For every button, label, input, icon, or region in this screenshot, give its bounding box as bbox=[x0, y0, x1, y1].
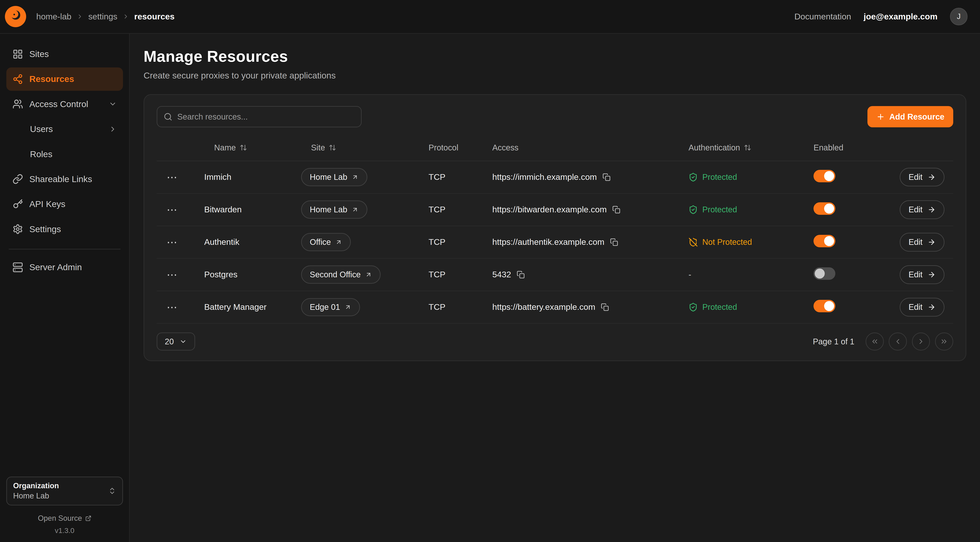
page-size-select[interactable]: 20 bbox=[157, 333, 195, 351]
sidebar-item-sites[interactable]: Sites bbox=[6, 43, 123, 65]
sidebar-item-label: Server Admin bbox=[29, 262, 82, 272]
first-page-button[interactable] bbox=[865, 333, 884, 351]
shield-check-icon bbox=[689, 172, 698, 182]
user-avatar[interactable]: J bbox=[950, 8, 967, 26]
main-content: Manage Resources Create secure proxies t… bbox=[130, 34, 980, 542]
edit-button[interactable]: Edit bbox=[900, 298, 944, 317]
site-link-button[interactable]: Edge 01 bbox=[301, 298, 360, 316]
copy-icon[interactable] bbox=[601, 303, 609, 311]
copy-icon[interactable] bbox=[612, 206, 620, 214]
chevrons-right-icon bbox=[940, 338, 948, 346]
sidebar-item-server-admin[interactable]: Server Admin bbox=[6, 256, 123, 279]
breadcrumb-home-lab[interactable]: home-lab bbox=[36, 12, 71, 21]
site-link-button[interactable]: Home Lab bbox=[301, 201, 368, 219]
arrow-right-icon bbox=[928, 238, 935, 246]
edit-button[interactable]: Edit bbox=[900, 233, 944, 252]
enabled-toggle[interactable] bbox=[813, 170, 835, 182]
enabled-toggle[interactable] bbox=[813, 202, 835, 215]
arrow-right-icon bbox=[928, 206, 935, 214]
sidebar-item-users[interactable]: Users bbox=[6, 118, 123, 140]
edit-button[interactable]: Edit bbox=[900, 200, 944, 219]
row-menu-icon[interactable]: ⋯ bbox=[157, 236, 204, 248]
row-menu-icon[interactable]: ⋯ bbox=[157, 171, 204, 183]
auth-status-label: Protected bbox=[702, 205, 737, 214]
organization-label: Organization bbox=[13, 481, 59, 490]
column-header-access: Access bbox=[492, 143, 689, 152]
open-source-link[interactable]: Open Source bbox=[6, 514, 123, 523]
sort-icon[interactable] bbox=[240, 144, 247, 151]
sidebar-item-access-control[interactable]: Access Control bbox=[6, 92, 123, 116]
auth-status-label: Protected bbox=[702, 172, 737, 182]
row-menu-icon[interactable]: ⋯ bbox=[157, 204, 204, 216]
arrow-up-right-icon bbox=[352, 206, 358, 213]
resource-access-url: https://bitwarden.example.com bbox=[492, 205, 607, 214]
chevron-right-icon bbox=[109, 125, 117, 133]
next-page-button[interactable] bbox=[912, 333, 930, 351]
shield-check-icon bbox=[689, 205, 698, 214]
gear-icon bbox=[13, 224, 23, 234]
chevron-down-icon bbox=[179, 338, 187, 345]
table-row: ⋯ Bitwarden Home Lab TCP https://bitward… bbox=[157, 194, 953, 226]
user-email[interactable]: joe@example.com bbox=[864, 12, 937, 21]
sidebar-item-label: Shareable Links bbox=[29, 174, 92, 184]
last-page-button[interactable] bbox=[935, 333, 953, 351]
shield-off-icon bbox=[689, 238, 698, 247]
enabled-toggle[interactable] bbox=[813, 300, 835, 312]
app-logo[interactable] bbox=[5, 6, 26, 27]
sidebar-item-api-keys[interactable]: API Keys bbox=[6, 193, 123, 215]
shield-check-icon bbox=[689, 303, 698, 312]
auth-status-label: - bbox=[689, 270, 691, 279]
edit-button[interactable]: Edit bbox=[900, 265, 944, 284]
sidebar-item-label: Access Control bbox=[29, 99, 88, 109]
organization-picker[interactable]: Organization Home Lab bbox=[6, 477, 123, 505]
organization-value: Home Lab bbox=[13, 491, 59, 500]
breadcrumb-resources: resources bbox=[134, 12, 175, 21]
arrow-up-right-icon bbox=[335, 239, 342, 245]
sidebar-item-label: Resources bbox=[29, 74, 74, 84]
breadcrumb: home-lab settings resources bbox=[36, 12, 175, 21]
table-row: ⋯ Immich Home Lab TCP https://immich.exa… bbox=[157, 161, 953, 194]
sidebar-item-roles[interactable]: Roles bbox=[6, 142, 123, 166]
enabled-toggle[interactable] bbox=[813, 267, 835, 280]
sidebar-item-resources[interactable]: Resources bbox=[6, 67, 123, 91]
arrow-up-right-icon bbox=[344, 304, 352, 311]
add-resource-button[interactable]: Add Resource bbox=[867, 106, 953, 128]
grid-icon bbox=[13, 49, 23, 59]
breadcrumb-settings[interactable]: settings bbox=[88, 12, 117, 21]
resource-protocol: TCP bbox=[429, 205, 492, 214]
copy-icon[interactable] bbox=[610, 238, 618, 246]
sort-icon[interactable] bbox=[329, 144, 336, 151]
sort-icon[interactable] bbox=[744, 144, 751, 151]
site-link-button[interactable]: Home Lab bbox=[301, 168, 368, 186]
copy-icon[interactable] bbox=[603, 173, 611, 181]
documentation-link[interactable]: Documentation bbox=[794, 12, 851, 21]
chevron-right-icon bbox=[123, 13, 129, 20]
resource-protocol: TCP bbox=[429, 237, 492, 247]
copy-icon[interactable] bbox=[517, 271, 525, 279]
enabled-toggle[interactable] bbox=[813, 235, 835, 247]
chevron-right-icon bbox=[917, 338, 925, 346]
resource-access-url: https://authentik.example.com bbox=[492, 237, 605, 247]
resources-card: Add Resource Name Site Protocol Access bbox=[144, 94, 966, 361]
arrow-right-icon bbox=[928, 303, 935, 311]
waypoints-icon bbox=[13, 74, 23, 84]
resource-protocol: TCP bbox=[429, 270, 492, 279]
sidebar-item-shareable-links[interactable]: Shareable Links bbox=[6, 167, 123, 191]
server-icon bbox=[13, 262, 23, 273]
site-link-button[interactable]: Second Office bbox=[301, 266, 381, 284]
search-input[interactable] bbox=[157, 106, 361, 128]
row-menu-icon[interactable]: ⋯ bbox=[157, 269, 204, 281]
row-menu-icon[interactable]: ⋯ bbox=[157, 301, 204, 313]
resource-name: Battery Manager bbox=[204, 302, 301, 312]
arrow-up-right-icon bbox=[352, 174, 358, 181]
resource-access-url: https://immich.example.com bbox=[492, 172, 597, 182]
previous-page-button[interactable] bbox=[889, 333, 907, 351]
edit-button[interactable]: Edit bbox=[900, 168, 944, 187]
auth-status: Not Protected bbox=[689, 238, 813, 247]
column-header-enabled: Enabled bbox=[813, 143, 900, 152]
sidebar-divider bbox=[9, 249, 121, 249]
external-link-icon bbox=[85, 515, 92, 521]
site-link-button[interactable]: Office bbox=[301, 233, 351, 251]
sidebar-item-settings[interactable]: Settings bbox=[6, 218, 123, 241]
key-icon bbox=[13, 199, 23, 209]
